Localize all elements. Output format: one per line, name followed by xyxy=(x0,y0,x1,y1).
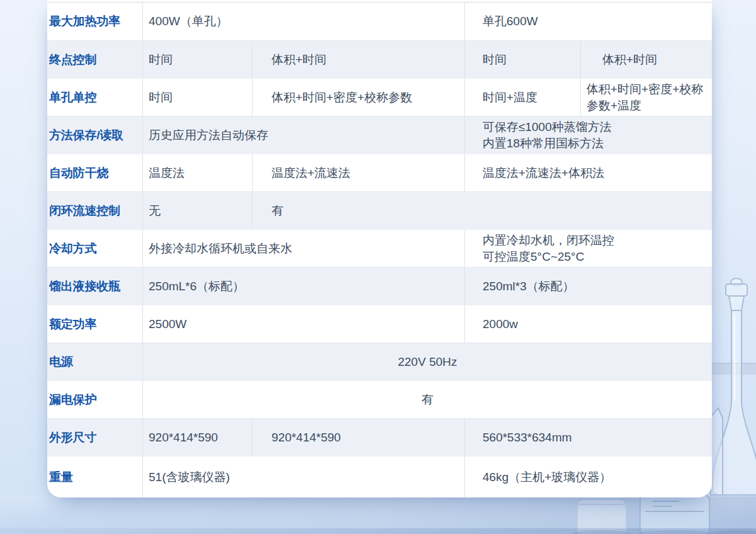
beaker-spout-image xyxy=(711,408,723,495)
spec-row: 方法保存/读取历史应用方法自动保存可保存≤1000种蒸馏方法 内置18种常用国标… xyxy=(47,116,712,154)
spec-value: 体积+时间 xyxy=(580,41,712,78)
spec-value: 体积+时间+密度+校称参数+温度 xyxy=(580,79,712,116)
spec-value: 有 xyxy=(252,192,464,229)
spec-label: 电源 xyxy=(47,343,143,380)
spec-label: 额定功率 xyxy=(47,305,143,343)
spec-row: 自动防干烧温度法温度法+流速法温度法+流速法+体积法 xyxy=(47,154,712,191)
spec-label: 漏电保护 xyxy=(47,381,143,418)
spec-value: 时间 xyxy=(143,79,252,116)
spec-table: 最大加热功率400W（单孔）单孔600W终点控制时间体积+时间时间体积+时间单孔… xyxy=(47,3,712,497)
spec-row: 重量51(含玻璃仪器)46kg（主机+玻璃仪器） xyxy=(47,456,712,497)
spec-value: 有 xyxy=(143,381,712,418)
spec-value: 2000w xyxy=(464,305,712,343)
spec-value: 体积+时间+密度+校称参数 xyxy=(252,79,464,116)
spec-value: 2500W xyxy=(143,305,464,343)
spec-value: 220V 50Hz xyxy=(143,343,712,380)
spec-value: 可保存≤1000种蒸馏方法 内置18种常用国标方法 xyxy=(464,116,712,154)
spec-row: 单孔单控时间体积+时间+密度+校称参数时间+温度体积+时间+密度+校称参数+温度 xyxy=(47,78,712,116)
spec-row: 最大加热功率400W（单孔）单孔600W xyxy=(47,3,712,40)
spec-value: 温度法 xyxy=(143,154,252,191)
spec-row: 漏电保护有 xyxy=(47,380,712,418)
spec-label: 重量 xyxy=(47,457,143,497)
spec-label: 自动防干烧 xyxy=(47,154,143,191)
spec-card: 最大加热功率400W（单孔）单孔600W终点控制时间体积+时间时间体积+时间单孔… xyxy=(47,0,712,497)
spec-label: 闭环流速控制 xyxy=(47,192,143,229)
spec-value: 46kg（主机+玻璃仪器） xyxy=(464,457,712,497)
spec-value: 内置冷却水机，闭环温控 可控温度5°C~25°C xyxy=(464,230,712,267)
lab-bench-photo-band xyxy=(0,496,756,534)
spec-value: 时间 xyxy=(143,41,252,78)
spec-label: 方法保存/读取 xyxy=(47,116,143,154)
spec-value: 560*533*634mm xyxy=(464,419,712,456)
spec-value: 920*414*590 xyxy=(252,419,464,456)
spec-label: 最大加热功率 xyxy=(47,3,143,40)
spec-value: 外接冷却水循环机或自来水 xyxy=(143,230,464,267)
spec-row: 外形尺寸920*414*590920*414*590560*533*634mm xyxy=(47,418,712,456)
spec-value: 时间+温度 xyxy=(464,79,580,116)
spec-label: 外形尺寸 xyxy=(47,419,143,456)
spec-row: 额定功率2500W2000w xyxy=(47,305,712,343)
spec-value: 单孔600W xyxy=(464,3,712,40)
spec-value: 250mL*6（标配） xyxy=(143,268,464,305)
volumetric-flask-image xyxy=(713,278,756,495)
spec-value: 历史应用方法自动保存 xyxy=(143,116,464,154)
spec-value: 体积+时间 xyxy=(252,41,464,78)
spec-row: 电源220V 50Hz xyxy=(47,343,712,380)
spec-value: 时间 xyxy=(464,41,580,78)
spec-row: 闭环流速控制无有 xyxy=(47,191,712,229)
spec-value: 温度法+流速法+体积法 xyxy=(464,154,712,191)
spec-label: 馏出液接收瓶 xyxy=(47,268,143,305)
spec-value: 250ml*3（标配） xyxy=(464,268,712,305)
spec-label: 冷却方式 xyxy=(47,230,143,267)
spec-value: 920*414*590 xyxy=(143,419,252,456)
spec-row: 冷却方式外接冷却水循环机或自来水内置冷却水机，闭环温控 可控温度5°C~25°C xyxy=(47,229,712,267)
spec-value: 无 xyxy=(143,192,252,229)
spec-value: 温度法+流速法 xyxy=(252,154,464,191)
spec-label: 单孔单控 xyxy=(47,79,143,116)
spec-value: 51(含玻璃仪器) xyxy=(143,457,464,497)
spec-row: 馏出液接收瓶250mL*6（标配）250ml*3（标配） xyxy=(47,267,712,305)
spec-label: 终点控制 xyxy=(47,41,143,78)
spec-row: 终点控制时间体积+时间时间体积+时间 xyxy=(47,40,712,78)
shelf-band xyxy=(711,363,756,375)
spec-value: 400W（单孔） xyxy=(143,3,464,40)
